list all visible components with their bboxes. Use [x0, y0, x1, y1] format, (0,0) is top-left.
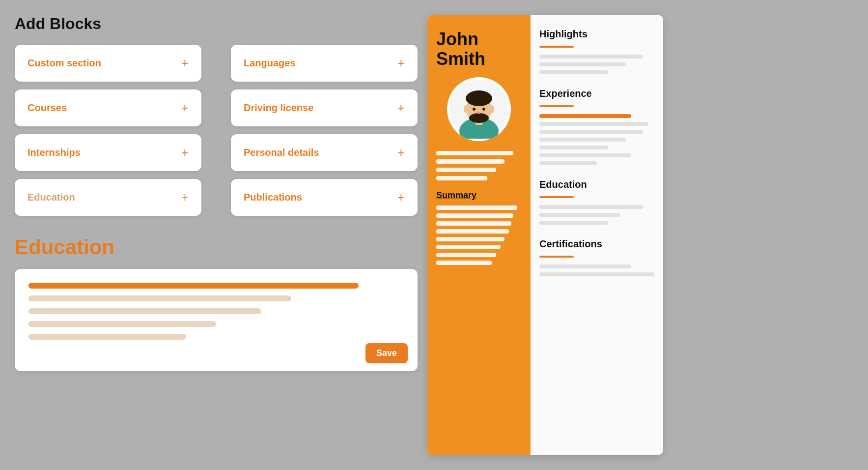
education-form: Save — [15, 269, 418, 371]
certifications-line-1 — [539, 264, 631, 268]
education-line-1 — [539, 205, 643, 209]
experience-title: Experience — [539, 88, 654, 99]
languages-button[interactable]: Languages + — [231, 45, 418, 82]
experience-line-7 — [539, 161, 597, 165]
internships-plus-icon: + — [181, 145, 189, 160]
summary-line-8 — [436, 261, 492, 265]
education-section: Education Save — [15, 235, 418, 371]
summary-label: Summary — [436, 190, 522, 201]
left-panel: Add Blocks Custom section + Languages + … — [15, 15, 418, 455]
resume-right-column: Highlights Experience Education — [531, 15, 663, 455]
resume-name-line2: Smith — [436, 49, 485, 69]
driving-license-plus-icon: + — [397, 100, 405, 116]
driving-license-label: Driving license — [244, 102, 313, 114]
courses-button[interactable]: Courses + — [15, 89, 201, 126]
svg-point-4 — [466, 90, 492, 106]
custom-section-button[interactable]: Custom section + — [15, 45, 201, 82]
highlights-section: Highlights — [539, 29, 654, 74]
summary-line-1 — [436, 206, 517, 210]
publications-plus-icon: + — [397, 190, 405, 205]
info-line-2 — [436, 159, 504, 164]
form-line-4 — [28, 321, 216, 327]
education-block-plus-icon: + — [181, 190, 189, 205]
form-line-3 — [28, 308, 261, 314]
resume-name: John Smith — [436, 29, 522, 68]
experience-line-5 — [539, 146, 608, 149]
summary-line-2 — [436, 213, 513, 218]
certifications-underline — [539, 256, 574, 258]
education-line-2 — [539, 213, 620, 217]
languages-label: Languages — [244, 58, 296, 69]
internships-button[interactable]: Internships + — [15, 134, 201, 171]
internships-label: Internships — [28, 147, 81, 158]
svg-point-11 — [489, 105, 494, 113]
education-block-button[interactable]: Education + — [15, 179, 201, 216]
form-line-2 — [28, 295, 291, 301]
blocks-grid: Custom section + Languages + Courses + D… — [15, 45, 418, 216]
summary-section: Summary — [436, 190, 522, 265]
experience-line-1 — [539, 114, 631, 118]
summary-line-7 — [436, 253, 496, 257]
svg-point-7 — [482, 108, 485, 111]
personal-details-plus-icon: + — [397, 145, 405, 160]
publications-label: Publications — [244, 192, 302, 203]
custom-section-plus-icon: + — [181, 56, 189, 71]
resume-info-lines — [436, 151, 522, 180]
svg-point-9 — [475, 115, 483, 118]
education-section-title: Education — [15, 235, 418, 259]
personal-details-button[interactable]: Personal details + — [231, 134, 418, 171]
highlights-line-1 — [539, 55, 643, 59]
personal-details-label: Personal details — [244, 147, 319, 158]
form-line-5 — [28, 334, 186, 340]
form-line-1 — [28, 283, 359, 289]
save-button[interactable]: Save — [365, 343, 408, 363]
highlights-line-3 — [539, 70, 608, 74]
info-line-4 — [436, 176, 487, 180]
experience-line-2 — [539, 122, 648, 126]
highlights-title: Highlights — [539, 29, 654, 40]
languages-plus-icon: + — [397, 56, 405, 71]
experience-section: Experience — [539, 88, 654, 165]
experience-line-3 — [539, 130, 643, 134]
certifications-line-2 — [539, 272, 654, 276]
experience-underline — [539, 105, 574, 107]
education-underline — [539, 196, 574, 198]
publications-button[interactable]: Publications + — [231, 179, 418, 216]
highlights-line-2 — [539, 62, 626, 66]
certifications-section: Certifications — [539, 238, 654, 276]
education-resume-title: Education — [539, 179, 654, 190]
summary-line-6 — [436, 245, 501, 249]
info-line-3 — [436, 168, 496, 172]
resume-name-line1: John — [436, 29, 478, 49]
certifications-title: Certifications — [539, 238, 654, 250]
page-title: Add Blocks — [15, 15, 418, 33]
experience-line-4 — [539, 138, 626, 142]
driving-license-button[interactable]: Driving license + — [231, 89, 418, 126]
custom-section-label: Custom section — [28, 58, 101, 69]
education-block-label: Education — [28, 192, 75, 203]
courses-label: Courses — [28, 102, 67, 114]
svg-point-10 — [464, 105, 469, 113]
svg-point-8 — [477, 112, 480, 114]
education-line-3 — [539, 221, 608, 225]
info-line-1 — [436, 151, 513, 155]
highlights-underline — [539, 46, 574, 48]
summary-line-3 — [436, 221, 511, 226]
summary-line-5 — [436, 237, 504, 241]
education-resume-section: Education — [539, 179, 654, 225]
avatar — [447, 77, 511, 141]
summary-line-4 — [436, 229, 509, 234]
courses-plus-icon: + — [181, 100, 189, 116]
svg-point-6 — [473, 108, 476, 111]
resume-preview: John Smith — [427, 15, 663, 455]
summary-lines — [436, 206, 522, 265]
experience-line-6 — [539, 153, 631, 157]
resume-left-column: John Smith — [427, 15, 531, 455]
